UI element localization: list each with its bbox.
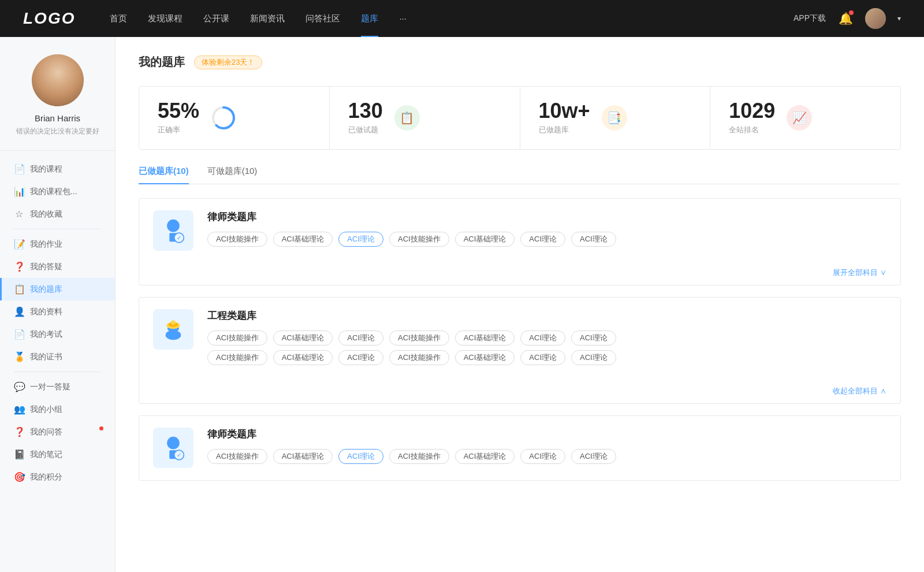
course-package-icon: 📊 [14,186,24,197]
eng-tag-r1-1[interactable]: ACI基础理论 [273,330,333,346]
lawyer-tag-1[interactable]: ACI基础理论 [273,232,333,247]
bank-section-engineering-body: 工程类题库 ACI技能操作 ACI基础理论 ACI理论 ACI技能操作 ACI基… [139,298,900,381]
stat-accuracy-value: 55% [158,101,199,121]
lawyer2-bank-tags: ACI技能操作 ACI基础理论 ACI理论 ACI技能操作 ACI基础理论 AC… [207,449,886,464]
lawyer-tag-2-active[interactable]: ACI理论 [338,232,383,247]
sidebar-item-notes[interactable]: 📓 我的笔记 [0,443,115,466]
sidebar-divider-1 [14,229,101,229]
eng-tag-r2-2[interactable]: ACI理论 [338,350,383,365]
eng-tag-r2-4[interactable]: ACI基础理论 [455,350,515,365]
sidebar-item-my-qa[interactable]: ❓ 我的问答 [0,421,115,443]
tab-done-banks[interactable]: 已做题库(10) [139,166,189,184]
eng-tag-r1-5[interactable]: ACI理论 [520,330,565,346]
eng-tag-r2-0[interactable]: ACI技能操作 [207,350,267,365]
qa-badge [99,426,103,430]
course-icon: 📄 [14,164,24,174]
notes-icon: 📓 [14,449,24,460]
sidebar-item-favorites[interactable]: ☆ 我的收藏 [0,203,115,225]
eng-tag-r2-5[interactable]: ACI理论 [520,350,565,365]
stats-row: 55% 正确率 130 已做试题 📋 [139,86,901,150]
notification-bell-button[interactable]: 🔔 [837,10,854,27]
nav-home[interactable]: 首页 [110,13,127,24]
points-icon: 🎯 [14,471,24,482]
sidebar-item-one-on-one[interactable]: 💬 一对一答疑 [0,376,115,398]
nav-dropdown-icon[interactable]: ▾ [897,14,901,23]
sidebar-user-name: Brian Harris [12,113,103,123]
nav-qa[interactable]: 问答社区 [305,13,340,24]
stat-accuracy: 55% 正确率 [139,87,330,149]
lawyer-bank-expand[interactable]: 展开全部科目 ∨ [139,263,900,285]
sidebar-item-points[interactable]: 🎯 我的积分 [0,466,115,488]
lawyer2-tag-3[interactable]: ACI技能操作 [389,449,449,464]
eng-tag-r1-2[interactable]: ACI理论 [338,330,383,346]
nav-question-bank[interactable]: 题库 [361,13,378,24]
lawyer2-tag-2-active[interactable]: ACI理论 [338,449,383,464]
nav-discover[interactable]: 发现课程 [148,13,182,24]
eng-tag-r2-3[interactable]: ACI技能操作 [389,350,449,365]
nav-links: 首页 发现课程 公开课 新闻资讯 问答社区 题库 ··· [110,13,793,24]
lawyer-tag-5[interactable]: ACI理论 [520,232,565,247]
lawyer-bank-content: 律师类题库 ACI技能操作 ACI基础理论 ACI理论 ACI技能操作 ACI基… [207,210,886,251]
lawyer-bank-tags: ACI技能操作 ACI基础理论 ACI理论 ACI技能操作 ACI基础理论 AC… [207,232,886,247]
chart-red-icon: 📈 [792,111,807,125]
sidebar-label-my-qa: 我的问答 [30,427,62,437]
sidebar-item-my-courses[interactable]: 📄 我的课程 [0,158,115,180]
stat-done-questions-label: 已做试题 [348,125,383,135]
stat-done-banks-value: 10w+ [539,101,590,121]
navbar: LOGO 首页 发现课程 公开课 新闻资讯 问答社区 题库 ··· APP下载 … [0,0,924,37]
lawyer-tag-4[interactable]: ACI基础理论 [455,232,515,247]
lawyer2-tag-6[interactable]: ACI理论 [571,449,616,464]
eng-tag-r2-6[interactable]: ACI理论 [571,350,616,365]
eng-tag-r2-1[interactable]: ACI基础理论 [273,350,333,365]
lawyer-tag-6[interactable]: ACI理论 [571,232,616,247]
sidebar-item-group[interactable]: 👥 我的小组 [0,398,115,421]
sidebar-label-course-package: 我的课程包... [30,187,77,197]
lawyer-tag-3[interactable]: ACI技能操作 [389,232,449,247]
lawyer2-tag-5[interactable]: ACI理论 [520,449,565,464]
lawyer-tag-0[interactable]: ACI技能操作 [207,232,267,247]
bank-section-engineering: 工程类题库 ACI技能操作 ACI基础理论 ACI理论 ACI技能操作 ACI基… [139,297,901,404]
sidebar-item-profile[interactable]: 👤 我的资料 [0,300,115,323]
sidebar-item-exam[interactable]: 📄 我的考试 [0,323,115,346]
sidebar-item-course-package[interactable]: 📊 我的课程包... [0,180,115,203]
bank-section-lawyer: ✓ 律师类题库 ACI技能操作 ACI基础理论 ACI理论 ACI技能操作 AC… [139,198,901,285]
engineering-bank-content: 工程类题库 ACI技能操作 ACI基础理论 ACI理论 ACI技能操作 ACI基… [207,309,886,370]
lawyer2-icon: ✓ [159,433,188,462]
sidebar-item-question-bank[interactable]: 📋 我的题库 [0,278,115,300]
eng-tag-r1-0[interactable]: ACI技能操作 [207,330,267,346]
stat-done-banks-text: 10w+ 已做题库 [539,101,590,135]
engineering-icon [159,315,188,344]
lawyer2-tag-4[interactable]: ACI基础理论 [455,449,515,464]
engineering-bank-collapse[interactable]: 收起全部科目 ∧ [139,381,900,403]
sidebar-label-homework: 我的作业 [30,239,62,250]
nav-news[interactable]: 新闻资讯 [250,13,285,24]
notification-badge [849,10,854,15]
svg-point-11 [171,320,176,325]
sidebar-label-points: 我的积分 [30,472,62,482]
nav-open-course[interactable]: 公开课 [203,13,229,24]
stat-ranking: 1029 全站排名 📈 [710,87,900,149]
sidebar-item-homework[interactable]: 📝 我的作业 [0,233,115,255]
profile-icon: 👤 [14,306,24,317]
bank-section-lawyer2: ✓ 律师类题库 ACI技能操作 ACI基础理论 ACI理论 ACI技能操作 AC… [139,415,901,481]
lawyer2-tag-1[interactable]: ACI基础理论 [273,449,333,464]
sidebar-item-qa[interactable]: ❓ 我的答疑 [0,255,115,278]
eng-tag-r1-3[interactable]: ACI技能操作 [389,330,449,346]
lawyer2-tag-0[interactable]: ACI技能操作 [207,449,267,464]
svg-text:✓: ✓ [177,235,181,241]
sidebar-label-question-bank: 我的题库 [30,284,62,295]
engineering-bank-title: 工程类题库 [207,309,886,322]
sidebar-label-certificate: 我的证书 [30,352,62,362]
avatar[interactable] [865,8,886,29]
tab-available-banks[interactable]: 可做题库(10) [207,166,258,184]
eng-tag-r1-6[interactable]: ACI理论 [571,330,616,346]
sidebar-divider-2 [14,372,101,372]
app-download-button[interactable]: APP下载 [793,13,826,24]
eng-tag-r1-4[interactable]: ACI基础理论 [455,330,515,346]
stat-ranking-value: 1029 [729,101,775,121]
nav-logo: LOGO [23,9,75,28]
sidebar-item-certificate[interactable]: 🏅 我的证书 [0,346,115,368]
engineering-bank-icon-wrap [153,309,193,350]
sidebar-label-notes: 我的笔记 [30,450,62,460]
nav-more[interactable]: ··· [399,13,407,24]
